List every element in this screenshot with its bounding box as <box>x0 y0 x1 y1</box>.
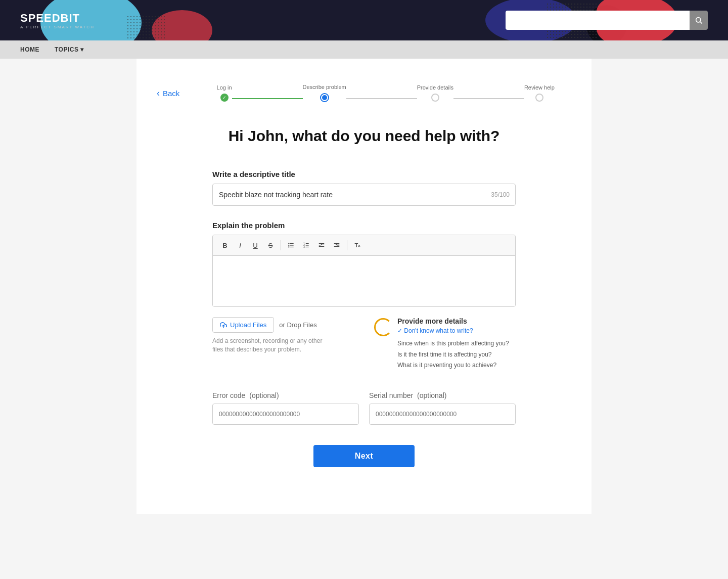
details-icon-row: Provide more details Don't know what to … <box>374 317 516 371</box>
upload-section: Upload Files or Drop Files Add a screens… <box>212 317 354 354</box>
logo-sub: A PERFECT SMART WATCH <box>20 25 95 29</box>
details-link[interactable]: Don't know what to write? <box>397 327 509 334</box>
step-line-1 <box>232 98 303 99</box>
svg-line-1 <box>700 22 702 24</box>
char-count: 35/100 <box>491 191 510 198</box>
details-title: Provide more details <box>397 317 509 325</box>
svg-point-6 <box>288 246 289 247</box>
error-code-field: Error code (optional) <box>212 391 359 425</box>
step-describe: Describe problem <box>303 84 346 102</box>
svg-point-2 <box>288 243 289 244</box>
logo-text: SPEEDBIT <box>20 12 80 25</box>
search-bar <box>506 11 708 30</box>
title-input[interactable] <box>212 184 516 206</box>
stepper-section: ‹ Back Log in ✓ Describe problem Provide… <box>157 69 571 112</box>
clear-format-button[interactable]: Tx <box>350 238 365 252</box>
underline-button[interactable]: U <box>248 238 262 252</box>
step-details: Provide details <box>417 84 453 102</box>
italic-button[interactable]: I <box>233 238 247 252</box>
step-review-label: Review help <box>524 84 555 91</box>
svg-text:3.: 3. <box>303 246 305 248</box>
main-content: ‹ Back Log in ✓ Describe problem Provide… <box>136 59 592 514</box>
details-q2: Is it the first time it is affecting you… <box>397 349 509 361</box>
form-section: Write a descriptive title 35/100 Explain… <box>212 170 516 467</box>
details-hints: Since when is this problem affecting you… <box>397 338 509 371</box>
rich-text-editor: B I U S 1.2.3. Tx <box>212 235 516 307</box>
search-button[interactable] <box>690 11 708 30</box>
svg-rect-13 <box>306 247 309 247</box>
step-describe-label: Describe problem <box>303 84 346 90</box>
title-field-label: Write a descriptive title <box>212 170 516 179</box>
stepper: Log in ✓ Describe problem Provide detail… <box>200 84 571 102</box>
step-details-label: Provide details <box>417 84 453 91</box>
step-review: Review help <box>524 84 555 102</box>
svg-rect-5 <box>290 245 294 245</box>
logo: SPEEDBIT A PERFECT SMART WATCH <box>20 12 95 29</box>
optional-fields-row: Error code (optional) Serial number (opt… <box>212 391 516 425</box>
details-content: Provide more details Don't know what to … <box>397 317 509 371</box>
editor-toolbar: B I U S 1.2.3. Tx <box>213 235 515 256</box>
svg-rect-11 <box>306 245 309 245</box>
back-button[interactable]: ‹ Back <box>157 88 179 99</box>
svg-point-4 <box>288 245 289 246</box>
toolbar-separator-2 <box>347 240 347 250</box>
editor-body[interactable] <box>213 256 515 306</box>
error-code-label: Error code (optional) <box>212 391 359 399</box>
step-login-label: Log in <box>217 84 232 91</box>
next-button[interactable]: Next <box>313 445 415 467</box>
header: SPEEDBIT A PERFECT SMART WATCH <box>0 0 728 40</box>
title-input-wrapper: 35/100 <box>212 184 516 206</box>
page-title: Hi John, what do you need help with? <box>157 127 571 145</box>
upload-btn-row: Upload Files or Drop Files <box>212 317 354 333</box>
svg-rect-3 <box>290 243 294 244</box>
ordered-list-button[interactable]: 1.2.3. <box>299 238 313 252</box>
chevron-left-icon: ‹ <box>157 88 160 99</box>
explain-label: Explain the problem <box>212 221 516 230</box>
bold-button[interactable]: B <box>218 238 232 252</box>
next-btn-row: Next <box>212 445 516 467</box>
details-q3: What is it preventing you to achieve? <box>397 360 509 371</box>
svg-point-0 <box>696 18 701 22</box>
upload-details-row: Upload Files or Drop Files Add a screens… <box>212 317 516 371</box>
drop-text: or Drop Files <box>279 321 316 329</box>
indent-button[interactable] <box>314 238 329 252</box>
nav-topics[interactable]: TOPICS ▾ <box>55 46 84 53</box>
serial-number-field: Serial number (optional) <box>369 391 516 425</box>
step-line-3 <box>453 98 524 99</box>
upload-hint: Add a screenshot, recording or any other… <box>212 337 324 354</box>
outdent-button[interactable] <box>330 238 344 252</box>
chevron-down-icon: ▾ <box>80 46 84 53</box>
error-code-input[interactable] <box>212 404 359 425</box>
step-login-circle: ✓ <box>220 94 229 102</box>
serial-number-input[interactable] <box>369 404 516 425</box>
nav-home[interactable]: HOME <box>20 46 39 53</box>
svg-rect-7 <box>290 247 294 247</box>
strikethrough-button[interactable]: S <box>263 238 278 252</box>
step-review-circle <box>535 94 543 102</box>
svg-rect-9 <box>306 243 309 244</box>
upload-files-button[interactable]: Upload Files <box>212 317 274 333</box>
details-q1: Since when is this problem affecting you… <box>397 338 509 349</box>
details-progress-icon <box>374 318 392 336</box>
serial-number-label: Serial number (optional) <box>369 391 516 399</box>
toolbar-separator-1 <box>281 240 281 250</box>
step-details-circle <box>431 94 439 102</box>
step-line-2 <box>346 98 417 99</box>
step-login: Log in ✓ <box>217 84 232 102</box>
search-input[interactable] <box>506 11 690 30</box>
unordered-list-button[interactable] <box>284 238 298 252</box>
details-section: Provide more details Don't know what to … <box>374 317 516 371</box>
step-describe-circle <box>320 93 329 102</box>
nav: HOME TOPICS ▾ <box>0 40 728 59</box>
